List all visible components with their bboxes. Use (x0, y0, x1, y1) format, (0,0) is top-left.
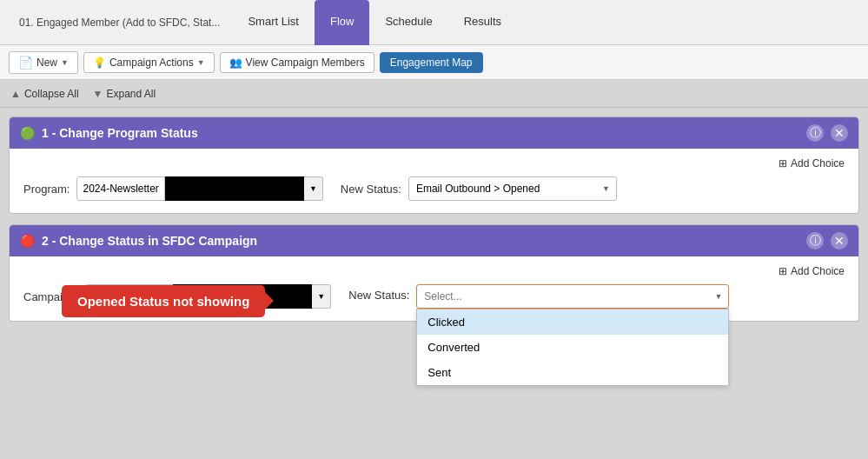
step1-title: 1 - Change Program Status (42, 126, 198, 140)
engagement-map-label: Engagement Map (390, 57, 473, 69)
step2-status-dropdown-container: Clicked Converted Sent (416, 284, 729, 309)
step1-icon: 🟢 (20, 126, 35, 140)
callout-text: Opened Status not showing (77, 294, 249, 309)
callout-box: Opened Status not showing (62, 285, 265, 317)
view-members-label: View Campaign Members (246, 57, 365, 69)
step1-program-text: 2024-Newsletter (76, 176, 164, 201)
step2-add-choice-icon: ⊞ (779, 265, 787, 277)
tab-flow[interactable]: Flow (315, 0, 369, 45)
collapse-label: Collapse All (24, 88, 79, 100)
collapse-bar: ▲ Collapse All ▼ Expand All (0, 80, 868, 108)
step1-status-label: New Status: (341, 183, 401, 196)
step1-status-wrapper (408, 176, 617, 201)
step2-campaign-dropdown[interactable]: ▼ (312, 284, 331, 309)
tab-bar: 01. Engaged Member (Add to SFDC, Stat...… (0, 0, 868, 45)
step2-actions: ⓘ ✕ (806, 232, 848, 249)
step2-card: 🔴 2 - Change Status in SFDC Campaign ⓘ ✕… (9, 224, 859, 322)
tab-title: 01. Engaged Member (Add to SFDC, Stat... (7, 0, 232, 44)
engagement-map-button[interactable]: Engagement Map (380, 52, 483, 73)
step1-add-choice-button[interactable]: ⊞ Add Choice (779, 157, 845, 170)
toolbar: 📄 New ▼ 💡 Campaign Actions ▼ 👥 View Camp… (0, 45, 868, 80)
step1-header: 🟢 1 - Change Program Status ⓘ ✕ (10, 117, 858, 149)
step2-status-wrapper (416, 284, 729, 309)
step2-status-input[interactable] (416, 284, 729, 309)
expand-icon: ▼ (93, 88, 103, 100)
option-clicked[interactable]: Clicked (417, 309, 728, 335)
step1-program-redacted (165, 176, 304, 201)
step1-header-left: 🟢 1 - Change Program Status (20, 126, 198, 140)
option-sent[interactable]: Sent (417, 360, 728, 385)
add-choice-icon: ⊞ (779, 157, 787, 170)
step1-close-button[interactable]: ✕ (831, 124, 848, 142)
campaign-actions-icon: 💡 (93, 57, 106, 69)
step2-dropdown-list: Clicked Converted Sent (416, 309, 729, 386)
step1-info-button[interactable]: ⓘ (806, 124, 824, 142)
tab-smart-list[interactable]: Smart List (232, 0, 315, 45)
step2-info-button[interactable]: ⓘ (806, 232, 824, 249)
step2-header: 🔴 2 - Change Status in SFDC Campaign ⓘ ✕ (10, 225, 858, 256)
step2-status-label: New Status: (348, 284, 409, 302)
view-members-icon: 👥 (229, 57, 242, 69)
step1-program-dropdown[interactable]: ▼ (304, 176, 323, 201)
collapse-icon: ▲ (10, 88, 21, 100)
step2-header-left: 🔴 2 - Change Status in SFDC Campaign (20, 234, 257, 248)
step2-add-choice-label: Add Choice (791, 265, 845, 277)
step1-card: 🟢 1 - Change Program Status ⓘ ✕ ⊞ Add Ch… (9, 116, 859, 214)
view-campaign-members-button[interactable]: 👥 View Campaign Members (220, 52, 374, 73)
step1-add-choice-label: Add Choice (791, 157, 845, 170)
step2-body: ⊞ Add Choice Campaign: 2024-Newsletter ▼ (10, 256, 858, 321)
campaign-actions-label: Campaign Actions (109, 57, 194, 69)
expand-all-button[interactable]: ▼ Expand All (93, 88, 156, 100)
new-label: New (36, 57, 57, 69)
step2-icon: 🔴 (20, 234, 35, 248)
step2-close-button[interactable]: ✕ (831, 232, 848, 249)
step1-status-group: New Status: (341, 176, 617, 201)
step1-program-field-wrapper: 2024-Newsletter ▼ (76, 176, 322, 201)
step1-add-choice-row: ⊞ Add Choice (23, 157, 845, 170)
new-icon: 📄 (18, 56, 33, 70)
option-converted[interactable]: Converted (417, 335, 728, 360)
step2-add-choice-button[interactable]: ⊞ Add Choice (779, 265, 845, 277)
new-button[interactable]: 📄 New ▼ (9, 51, 78, 74)
step1-status-input[interactable] (408, 176, 617, 201)
step1-actions: ⓘ ✕ (806, 124, 848, 142)
tab-schedule[interactable]: Schedule (369, 0, 447, 45)
step1-program-group: Program: 2024-Newsletter ▼ (23, 176, 323, 201)
collapse-all-button[interactable]: ▲ Collapse All (10, 88, 79, 100)
step1-program-label: Program: (23, 183, 70, 196)
main-content: 🟢 1 - Change Program Status ⓘ ✕ ⊞ Add Ch… (0, 108, 868, 459)
step1-form-row: Program: 2024-Newsletter ▼ New Status: (23, 176, 845, 201)
new-dropdown-arrow: ▼ (61, 58, 69, 67)
step2-status-group: New Status: Clicked Converted (348, 284, 729, 309)
campaign-actions-button[interactable]: 💡 Campaign Actions ▼ (83, 52, 215, 73)
window-title-tab[interactable]: 01. Engaged Member (Add to SFDC, Stat... (19, 17, 220, 29)
campaign-actions-arrow: ▼ (197, 58, 205, 67)
step2-add-choice-row: ⊞ Add Choice (23, 265, 845, 277)
expand-label: Expand All (106, 88, 156, 100)
step1-body: ⊞ Add Choice Program: 2024-Newsletter ▼ (10, 149, 858, 213)
tab-results[interactable]: Results (448, 0, 517, 45)
callout-container: Opened Status not showing ➜ (62, 289, 89, 312)
step2-title: 2 - Change Status in SFDC Campaign (42, 234, 257, 248)
